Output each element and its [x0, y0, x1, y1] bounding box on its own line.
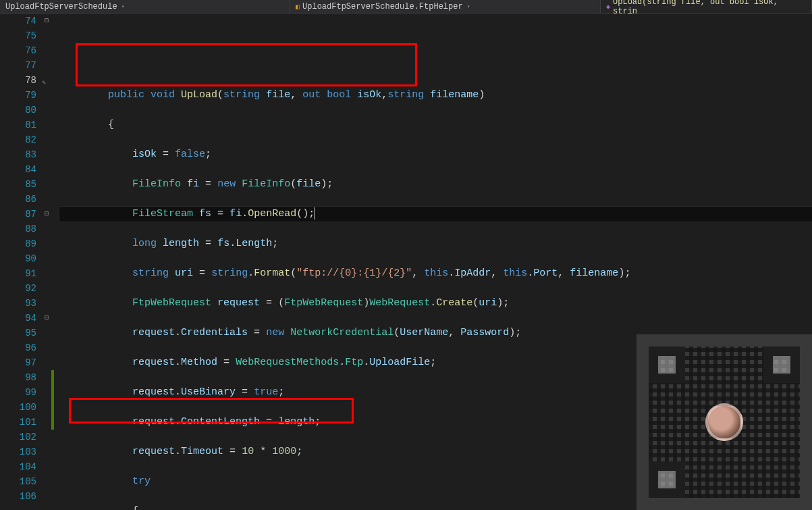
fold-toggle	[42, 236, 51, 251]
text-cursor	[314, 207, 315, 220]
fold-toggle	[42, 58, 51, 73]
qr-code-watermark	[637, 334, 812, 510]
chevron-down-icon: ▾	[121, 3, 125, 9]
fold-toggle	[42, 28, 51, 43]
fold-toggle[interactable]: ⊟	[42, 311, 51, 326]
fold-toggle	[42, 370, 51, 385]
fold-toggle	[42, 222, 51, 236]
code-line: string uri = string.Format("ftp://{0}:{1…	[59, 266, 812, 281]
fold-toggle	[42, 118, 51, 132]
fold-toggle	[42, 147, 51, 162]
fold-toggle	[42, 281, 51, 296]
fold-toggle	[42, 385, 51, 400]
fold-toggle	[42, 459, 51, 474]
fold-toggle	[42, 296, 51, 311]
fold-toggle	[42, 266, 51, 281]
fold-toggle[interactable]: ⊟	[42, 14, 51, 28]
code-line: isOk = false;	[59, 147, 812, 162]
namespace-text: UploadFtpServerSchedule	[5, 2, 117, 11]
line-number-gutter: 7475767778✎79808182838485868788899091929…	[0, 14, 42, 510]
class-icon: ◧	[296, 3, 300, 11]
method-dropdown[interactable]: ◈ UpLoad(string file, out bool isOk, str…	[601, 0, 812, 13]
code-line: FileInfo fi = new FileInfo(file);	[59, 177, 812, 192]
fold-toggle	[42, 103, 51, 118]
fold-toggle	[42, 43, 51, 58]
fold-toggle	[42, 430, 51, 444]
fold-toggle	[42, 326, 51, 340]
fold-toggle	[42, 162, 51, 177]
code-line: {	[59, 118, 812, 132]
code-line: long length = fs.Length;	[59, 236, 812, 251]
chevron-down-icon: ▾	[467, 3, 470, 9]
fold-toggle	[42, 474, 51, 489]
fold-toggle	[42, 192, 51, 207]
fold-toggle[interactable]: ⊟	[42, 207, 51, 222]
fold-toggle	[42, 400, 51, 415]
code-line: FtpWebRequest request = (FtpWebRequest)W…	[59, 296, 812, 311]
fold-toggle	[42, 444, 51, 459]
fold-toggle	[42, 415, 51, 430]
fold-toggle	[42, 177, 51, 192]
highlight-box-1	[76, 43, 417, 86]
fold-toggle	[42, 132, 51, 147]
method-icon: ◈	[606, 3, 610, 11]
fold-column[interactable]: ⊟⊟⊟	[42, 14, 51, 510]
class-text: UploadFtpServerSchedule.FtpHelper	[302, 2, 463, 11]
fold-toggle	[42, 355, 51, 370]
fold-toggle	[42, 88, 51, 103]
breadcrumb-bar: UploadFtpServerSchedule ▾ ◧ UploadFtpSer…	[0, 0, 812, 14]
fold-toggle	[42, 489, 51, 504]
code-line: public void UpLoad(string file, out bool…	[59, 88, 812, 103]
edit-indicator-icon: ✎	[39, 76, 46, 84]
fold-toggle	[42, 340, 51, 355]
class-dropdown[interactable]: ◧ UploadFtpServerSchedule.FtpHelper ▾	[290, 0, 601, 13]
namespace-dropdown[interactable]: UploadFtpServerSchedule ▾	[0, 0, 290, 13]
fold-toggle	[42, 251, 51, 266]
code-line-current: FileStream fs = fi.OpenRead();	[59, 207, 812, 222]
